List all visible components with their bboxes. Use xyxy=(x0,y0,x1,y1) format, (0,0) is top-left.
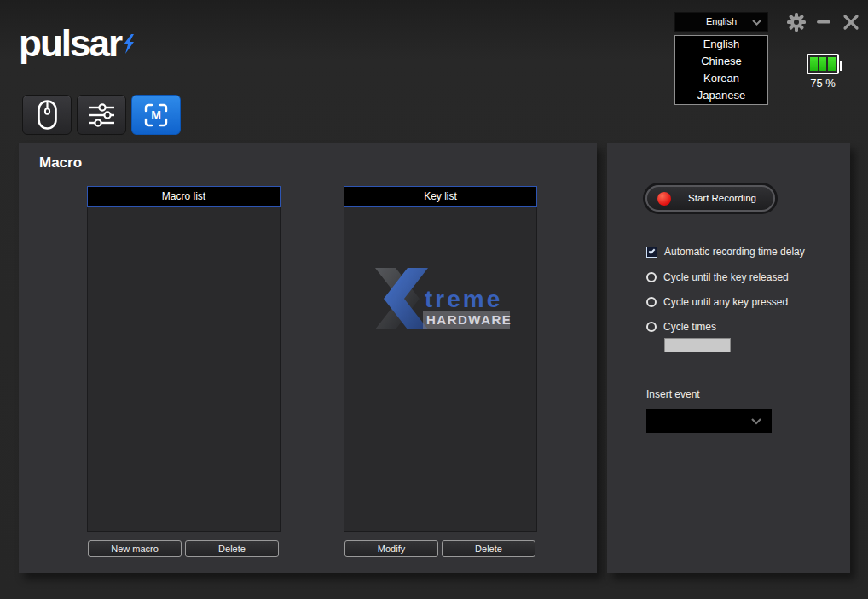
start-recording-label: Start Recording xyxy=(678,187,767,210)
language-option-chinese[interactable]: Chinese xyxy=(675,53,767,70)
new-macro-button[interactable]: New macro xyxy=(88,540,182,557)
language-menu: English Chinese Korean Japanese xyxy=(674,35,768,105)
language-option-english[interactable]: English xyxy=(675,36,767,53)
mouse-icon xyxy=(36,99,59,131)
cycle-until-released-row: Cycle until the key released xyxy=(646,271,789,283)
battery-bar xyxy=(810,57,818,71)
window-controls xyxy=(786,11,861,33)
key-list-header: Key list xyxy=(344,186,537,207)
macro-list[interactable] xyxy=(87,207,281,532)
tab-macro[interactable]: M xyxy=(131,95,181,135)
pulsar-spark-icon xyxy=(123,34,136,55)
sliders-icon xyxy=(86,102,117,129)
auto-delay-label[interactable]: Automatic recording time delay xyxy=(664,246,805,258)
start-recording-button[interactable]: Start Recording xyxy=(645,185,775,212)
macro-tab-letter: M xyxy=(142,108,171,122)
cycle-until-pressed-radio[interactable] xyxy=(646,297,657,307)
cycle-times-radio[interactable] xyxy=(646,322,657,332)
battery-percent-label: 75 % xyxy=(800,77,846,90)
close-button[interactable] xyxy=(841,11,861,33)
xtreme-hardware-watermark: treme HARDWARE xyxy=(363,265,517,334)
cycle-until-released-label[interactable]: Cycle until the key released xyxy=(663,271,789,283)
cycle-until-pressed-label[interactable]: Cycle until any key pressed xyxy=(663,296,788,308)
insert-event-select[interactable] xyxy=(646,409,772,433)
tab-mouse[interactable] xyxy=(22,95,72,135)
delete-key-button[interactable]: Delete xyxy=(442,540,535,557)
language-option-japanese[interactable]: Japanese xyxy=(675,87,767,104)
checkmark-icon xyxy=(649,247,656,254)
macro-panel: Macro Macro list Key list treme HAR xyxy=(19,143,597,573)
macro-brackets-icon: M xyxy=(142,101,171,130)
key-list[interactable]: treme HARDWARE xyxy=(344,207,537,532)
page-title: Macro xyxy=(39,154,82,172)
minimize-icon xyxy=(816,20,831,25)
app-window: pulsar English English Chinese Korean Ja… xyxy=(0,0,868,599)
delete-macro-button[interactable]: Delete xyxy=(185,540,279,557)
record-dot-icon xyxy=(657,192,671,206)
insert-event-label: Insert event xyxy=(646,388,700,400)
minimize-button[interactable] xyxy=(813,11,834,33)
language-select-value: English xyxy=(706,16,737,26)
chevron-down-icon xyxy=(751,418,761,425)
tab-settings[interactable] xyxy=(77,95,126,135)
auto-delay-checkbox[interactable] xyxy=(646,247,657,258)
cycle-times-row: Cycle times xyxy=(646,321,716,333)
battery-icon xyxy=(807,54,839,74)
cycle-times-input[interactable] xyxy=(664,338,731,352)
tab-bar: M xyxy=(22,95,181,135)
cycle-times-label[interactable]: Cycle times xyxy=(663,321,716,333)
auto-delay-row: Automatic recording time delay xyxy=(646,246,805,258)
svg-text:HARDWARE: HARDWARE xyxy=(426,312,512,327)
macro-list-header: Macro list xyxy=(87,186,281,207)
gear-icon xyxy=(786,12,807,32)
svg-text:treme: treme xyxy=(425,286,502,312)
cycle-until-pressed-row: Cycle until any key pressed xyxy=(646,296,788,308)
cycle-until-released-radio[interactable] xyxy=(646,272,657,282)
battery-bar xyxy=(828,57,836,71)
close-icon xyxy=(842,14,859,31)
language-option-korean[interactable]: Korean xyxy=(675,70,767,87)
pulsar-logo-text: pulsar xyxy=(19,22,121,65)
pulsar-logo: pulsar xyxy=(19,22,136,65)
battery-terminal xyxy=(840,61,842,71)
settings-button[interactable] xyxy=(786,11,807,33)
language-select[interactable]: English xyxy=(674,12,768,32)
recording-panel: Start Recording Automatic recording time… xyxy=(607,143,850,573)
chevron-down-icon xyxy=(752,20,761,26)
battery-bar xyxy=(819,57,827,71)
modify-key-button[interactable]: Modify xyxy=(344,540,438,557)
